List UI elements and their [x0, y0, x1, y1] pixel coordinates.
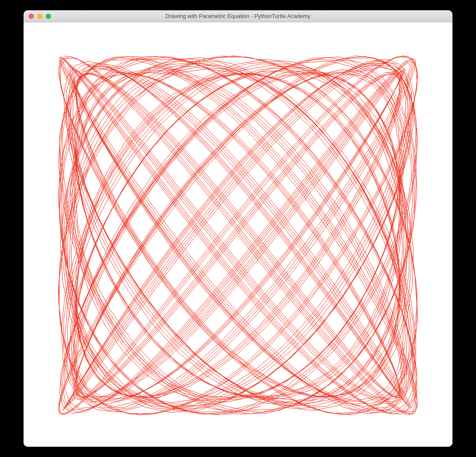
- app-window: Drawing with Parametric Equation - Pytho…: [24, 10, 452, 447]
- parametric-path: [58, 56, 418, 415]
- close-icon[interactable]: [29, 14, 34, 19]
- canvas-area: [24, 22, 452, 447]
- traffic-lights: [24, 14, 51, 19]
- window-title: Drawing with Parametric Equation - Pytho…: [24, 13, 452, 19]
- parametric-drawing: [24, 22, 452, 447]
- zoom-icon[interactable]: [46, 14, 51, 19]
- titlebar[interactable]: Drawing with Parametric Equation - Pytho…: [24, 10, 452, 22]
- minimize-icon[interactable]: [37, 14, 42, 19]
